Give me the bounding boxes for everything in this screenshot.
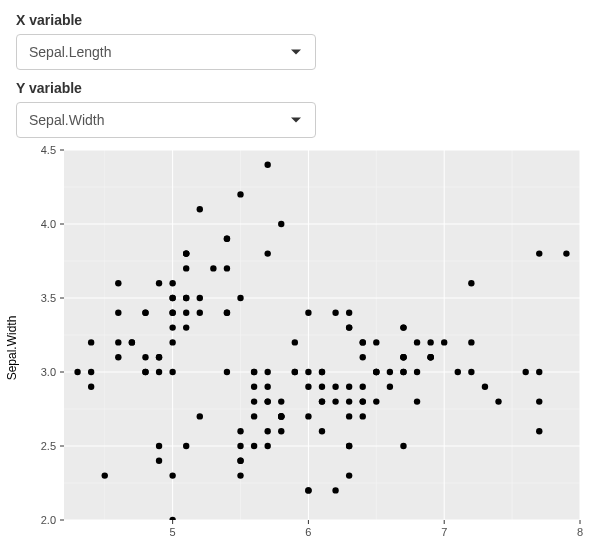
svg-point-50	[224, 310, 230, 316]
svg-point-40	[183, 265, 189, 271]
svg-point-127	[400, 443, 406, 449]
svg-point-43	[142, 310, 148, 316]
svg-point-29	[224, 265, 230, 271]
svg-text:3.0: 3.0	[41, 366, 56, 378]
svg-point-128	[468, 280, 474, 286]
svg-point-60	[102, 472, 108, 478]
svg-point-161	[278, 413, 284, 419]
svg-point-68	[169, 324, 175, 330]
svg-point-22	[115, 354, 121, 360]
svg-point-49	[142, 354, 148, 360]
svg-point-154	[536, 369, 542, 375]
svg-point-145	[332, 398, 338, 404]
svg-point-78	[197, 413, 203, 419]
svg-point-87	[332, 487, 338, 493]
svg-point-134	[360, 339, 366, 345]
svg-point-131	[414, 369, 420, 375]
svg-point-155	[346, 310, 352, 316]
svg-point-126	[482, 384, 488, 390]
svg-point-152	[346, 398, 352, 404]
x-variable-select[interactable]: Sepal.Length	[16, 34, 316, 70]
svg-point-109	[237, 428, 243, 434]
svg-point-42	[183, 324, 189, 330]
chevron-down-icon	[291, 118, 301, 123]
svg-point-23	[169, 280, 175, 286]
svg-point-150	[563, 250, 569, 256]
svg-point-36	[183, 295, 189, 301]
x-variable-value: Sepal.Length	[29, 44, 112, 60]
svg-point-79	[169, 517, 175, 520]
svg-text:5: 5	[170, 526, 176, 538]
svg-point-146	[319, 369, 325, 375]
svg-point-142	[346, 413, 352, 419]
svg-point-83	[251, 384, 257, 390]
svg-point-144	[468, 339, 474, 345]
svg-point-165	[346, 443, 352, 449]
svg-point-125	[156, 443, 162, 449]
svg-point-25	[115, 310, 121, 316]
svg-point-132	[264, 443, 270, 449]
svg-point-100	[237, 458, 243, 464]
svg-point-94	[387, 369, 393, 375]
svg-point-102	[305, 413, 311, 419]
svg-point-82	[319, 384, 325, 390]
svg-point-44	[169, 369, 175, 375]
svg-point-95	[414, 398, 420, 404]
y-variable-select[interactable]: Sepal.Width	[16, 102, 316, 138]
svg-point-167	[332, 310, 338, 316]
svg-point-52	[237, 191, 243, 197]
x-variable-label: X variable	[16, 12, 584, 28]
svg-point-139	[427, 339, 433, 345]
svg-text:4.0: 4.0	[41, 218, 56, 230]
svg-point-41	[115, 280, 121, 286]
svg-point-54	[169, 339, 175, 345]
svg-point-37	[264, 250, 270, 256]
svg-point-66	[115, 339, 121, 345]
svg-point-115	[264, 384, 270, 390]
svg-point-113	[251, 413, 257, 419]
svg-point-98	[264, 428, 270, 434]
svg-point-117	[183, 443, 189, 449]
svg-point-149	[495, 398, 501, 404]
svg-point-27	[88, 384, 94, 390]
svg-point-32	[74, 369, 80, 375]
svg-point-163	[400, 324, 406, 330]
plot-panel	[64, 150, 580, 520]
svg-point-35	[224, 236, 230, 242]
svg-point-166	[373, 369, 379, 375]
svg-point-114	[264, 369, 270, 375]
svg-point-104	[305, 310, 311, 316]
svg-point-168	[292, 369, 298, 375]
svg-point-93	[360, 384, 366, 390]
svg-text:4.5: 4.5	[41, 144, 56, 156]
svg-point-67	[210, 265, 216, 271]
svg-point-20	[156, 369, 162, 375]
svg-point-164	[400, 369, 406, 375]
svg-point-55	[237, 295, 243, 301]
svg-point-106	[346, 472, 352, 478]
svg-point-156	[360, 354, 366, 360]
svg-point-160	[427, 354, 433, 360]
svg-point-73	[373, 398, 379, 404]
svg-point-129	[373, 339, 379, 345]
svg-point-103	[224, 369, 230, 375]
svg-point-45	[169, 310, 175, 316]
svg-point-130	[360, 413, 366, 419]
svg-point-65	[183, 250, 189, 256]
y-axis-label: Sepal.Width	[5, 316, 19, 381]
svg-point-136	[536, 250, 542, 256]
svg-point-76	[156, 458, 162, 464]
svg-point-56	[156, 280, 162, 286]
svg-point-64	[142, 369, 148, 375]
svg-point-124	[522, 369, 528, 375]
svg-point-133	[278, 398, 284, 404]
svg-point-47	[197, 310, 203, 316]
svg-text:7: 7	[441, 526, 447, 538]
svg-point-148	[468, 369, 474, 375]
chevron-down-icon	[291, 50, 301, 55]
svg-point-112	[169, 472, 175, 478]
svg-point-157	[305, 369, 311, 375]
svg-text:3.5: 3.5	[41, 292, 56, 304]
svg-point-111	[278, 428, 284, 434]
svg-point-140	[251, 398, 257, 404]
